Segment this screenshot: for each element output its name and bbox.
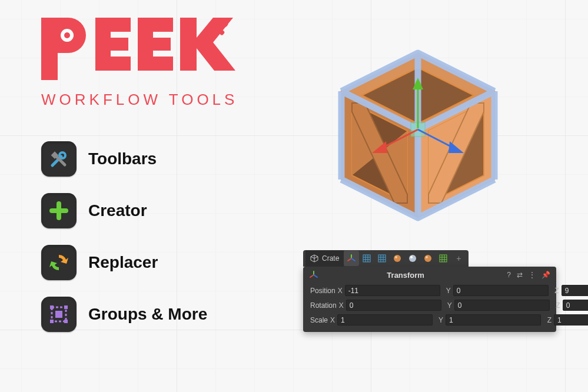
svg-rect-10 xyxy=(50,320,54,323)
svg-point-39 xyxy=(426,256,428,258)
feature-label: Replacer xyxy=(88,253,158,272)
component-meshfilter-icon[interactable] xyxy=(359,251,374,266)
svg-rect-7 xyxy=(55,311,62,318)
svg-rect-11 xyxy=(64,320,68,323)
transform-scale-row: Scale X Y Z xyxy=(303,313,556,327)
svg-rect-9 xyxy=(64,305,68,309)
svg-point-36 xyxy=(409,255,416,262)
pin-icon[interactable]: 📌 xyxy=(542,271,550,279)
help-icon[interactable]: ? xyxy=(507,271,511,279)
object-tab-label: Crate xyxy=(322,254,339,263)
feature-label: Creator xyxy=(88,201,147,220)
position-y-input[interactable] xyxy=(453,285,549,296)
feature-groups: Groups & More xyxy=(41,297,207,332)
svg-point-34 xyxy=(394,255,401,262)
rotation-y-input[interactable] xyxy=(454,300,550,311)
svg-rect-32 xyxy=(363,255,370,262)
brand-subtitle: WORKFLOW TOOLS xyxy=(41,91,241,109)
svg-line-31 xyxy=(351,258,355,261)
position-x-input[interactable] xyxy=(345,285,440,296)
svg-point-37 xyxy=(410,256,413,258)
object-tab-crate[interactable]: Crate xyxy=(305,250,344,267)
groups-icon xyxy=(41,297,77,332)
transform-panel-title: Transform xyxy=(304,271,507,280)
creator-icon xyxy=(41,193,77,228)
svg-point-38 xyxy=(424,255,431,262)
axis-x-label: X xyxy=(335,287,343,295)
transform-panel-header: Transform ? ⇄ ⋮ 📌 xyxy=(303,267,556,283)
transform-position-row: Position X Y Z xyxy=(303,283,556,298)
component-collider-icon[interactable] xyxy=(436,251,451,266)
material-slot-2-icon[interactable] xyxy=(405,251,420,266)
add-component-icon[interactable]: + xyxy=(451,251,466,266)
crate-3d-object[interactable] xyxy=(318,41,518,230)
rotation-x-input[interactable] xyxy=(346,300,441,311)
peek-logo xyxy=(41,18,241,82)
preset-icon[interactable]: ⇄ xyxy=(517,271,523,279)
replacer-icon xyxy=(41,245,77,280)
scale-x-input[interactable] xyxy=(337,314,433,325)
svg-point-35 xyxy=(395,256,397,258)
axis-z-label: Z xyxy=(552,287,559,295)
position-z-input[interactable] xyxy=(562,285,588,296)
brand-block: WORKFLOW TOOLS xyxy=(41,18,241,109)
svg-rect-33 xyxy=(378,255,386,262)
axis-y-label: Y xyxy=(444,287,451,295)
component-transform-icon[interactable] xyxy=(344,251,359,266)
feature-list: Toolbars Creator Replacer xyxy=(41,141,207,348)
svg-point-4 xyxy=(59,152,65,158)
transform-panel: Transform ? ⇄ ⋮ 📌 Position X Y Z Rotatio… xyxy=(303,267,556,332)
scale-z-input[interactable] xyxy=(554,314,588,325)
feature-label: Groups & More xyxy=(88,305,207,324)
prop-label: Rotation xyxy=(310,301,337,310)
prop-label: Position xyxy=(310,287,335,295)
rotation-z-input[interactable] xyxy=(563,300,588,311)
cube-icon xyxy=(310,254,318,263)
svg-rect-8 xyxy=(50,305,54,309)
scale-y-input[interactable] xyxy=(446,314,541,325)
svg-rect-40 xyxy=(440,255,447,262)
feature-replacer: Replacer xyxy=(41,245,207,280)
svg-point-1 xyxy=(64,32,70,38)
svg-line-30 xyxy=(348,258,351,261)
component-meshrenderer-icon[interactable] xyxy=(374,251,390,266)
material-slot-3-icon[interactable] xyxy=(420,251,436,266)
transform-rotation-row: Rotation X Y Z xyxy=(303,298,556,313)
material-slot-1-icon[interactable] xyxy=(390,251,405,266)
toolbars-icon xyxy=(41,141,77,177)
feature-creator: Creator xyxy=(41,193,207,228)
feature-label: Toolbars xyxy=(88,150,157,168)
object-tab-strip: Crate + xyxy=(303,250,469,267)
context-menu-icon[interactable]: ⋮ xyxy=(529,271,536,279)
inspector-popup: Crate + Transfo xyxy=(303,250,556,332)
feature-toolbars: Toolbars xyxy=(41,141,207,177)
prop-label: Scale xyxy=(310,316,328,324)
